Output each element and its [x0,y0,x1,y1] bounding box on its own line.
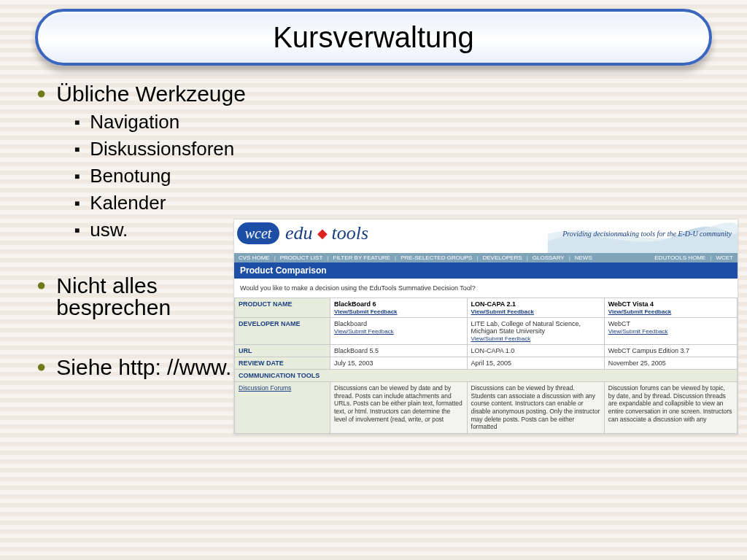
embedded-screenshot: wcet edu ◆ tools Providing decisionmakin… [233,219,738,435]
sub-item-label: usw. [90,219,128,241]
title-pill: Kursverwaltung [35,9,712,66]
cell-review-date: April 15, 2005 [467,357,604,370]
section-header: COMMUNICATION TOOLS [235,370,738,382]
decision-question: Would you like to make a decision using … [234,279,738,298]
row-header: REVIEW DATE [235,357,330,370]
nav-item[interactable]: FILTER BY FEATURE [333,254,390,261]
cell-product: BlackBoard 6 View/Submit Feedback [330,298,468,318]
bullet-werkzeuge-label: Übliche Werkzeuge [56,82,246,106]
table-row: DEVELOPER NAME Blackboard View/Submit Fe… [235,318,738,345]
nav-item[interactable]: GLOSSARY [533,254,565,261]
cell-url: WebCT Campus Edition 3.7 [604,345,737,357]
cell-discussion: Discussions can be viewed by thread. Stu… [467,382,604,434]
sub-item-label: Diskussionsforen [90,138,234,160]
sub-item: ■Navigation [74,111,727,133]
bullet-dot-icon: ● [36,277,46,293]
feedback-link[interactable]: View/Submit Feedback [471,308,600,315]
product-name: WebCT Vista 4 [608,300,654,308]
square-bullet-icon: ■ [74,144,80,155]
wcet-badge: wcet [237,222,279,244]
slide-title: Kursverwaltung [273,21,474,54]
cell-review-date: July 15, 2003 [330,357,468,370]
cell-product: WebCT Vista 4 View/Submit Feedback [604,298,737,318]
bullet-werkzeuge: ● Übliche Werkzeuge [36,82,727,106]
slide: Kursverwaltung ● Übliche Werkzeuge ■Navi… [0,0,747,560]
table-row: URL BlackBoard 5.5 LON-CAPA 1.0 WebCT Ca… [235,345,738,357]
square-bullet-icon: ■ [74,171,80,182]
table-row: Discussion Forums Discussions can be vie… [235,382,738,434]
logo-edu: edu [285,222,313,244]
tagline: Providing decisionmaking tools for the E… [562,230,732,238]
developer-name: Blackboard [334,320,367,327]
cell-product: LON-CAPA 2.1 View/Submit Feedback [467,298,604,318]
bullet-dot-icon: ● [36,359,46,375]
nav-item[interactable]: NEWS [575,254,592,261]
shot-logo: wcet edu ◆ tools [237,222,368,244]
line1: Nicht alles [56,273,171,298]
row-header: DEVELOPER NAME [235,318,330,345]
diamond-icon: ◆ [317,225,328,241]
table-row: PRODUCT NAME BlackBoard 6 View/Submit Fe… [235,298,738,318]
sub-item-label: Benotung [90,165,171,187]
nav-item[interactable]: EDUTOOLS HOME [654,254,705,261]
cell-url: LON-CAPA 1.0 [467,345,604,357]
bullet-dot-icon: ● [36,85,46,101]
table-row: REVIEW DATE July 15, 2003 April 15, 2005… [235,357,738,370]
product-name: LON-CAPA 2.1 [471,300,516,308]
product-name: BlackBoard 6 [334,300,376,308]
sub-item: ■Diskussionsforen [74,138,727,160]
nav-item[interactable]: WCET [716,254,733,261]
cell-url: BlackBoard 5.5 [330,345,468,357]
square-bullet-icon: ■ [74,198,80,209]
shot-nav: CVS HOME| PRODUCT LIST| FILTER BY FEATUR… [234,253,738,262]
developer-name: LITE Lab, College of Natural Science, Mi… [471,320,581,335]
sub-item: ■Kalender [74,192,727,214]
cell-discussion: Discussions can be viewed by date and by… [330,382,468,434]
product-comparison-bar: Product Comparison [234,262,738,279]
feedback-link[interactable]: View/Submit Feedback [471,335,600,342]
line2: besprechen [56,295,171,320]
square-bullet-icon: ■ [74,117,80,128]
nav-item[interactable]: DEVELOPERS [482,254,522,261]
cell-discussion: Discussion forums can be viewed by topic… [604,382,737,434]
cell-developer: Blackboard View/Submit Feedback [330,318,468,345]
feedback-link[interactable]: View/Submit Feedback [334,328,463,335]
nav-item[interactable]: CVS HOME [239,254,270,261]
feedback-link[interactable]: View/Submit Feedback [334,308,463,315]
nav-item[interactable]: PRE-SELECTED GROUPS [400,254,472,261]
row-header: Discussion Forums [235,382,330,434]
table-row: COMMUNICATION TOOLS [235,370,738,382]
shot-topbar: wcet edu ◆ tools Providing decisionmakin… [234,219,738,253]
feedback-link[interactable]: View/Submit Feedback [608,328,733,335]
cell-developer: LITE Lab, College of Natural Science, Mi… [467,318,604,345]
comparison-table: PRODUCT NAME BlackBoard 6 View/Submit Fe… [234,298,738,434]
sub-item: ■Benotung [74,165,727,187]
cell-review-date: November 25, 2005 [604,357,737,370]
bullet-nicht-alles-text: Nicht alles besprechen [56,273,171,320]
cell-developer: WebCT View/Submit Feedback [604,318,737,345]
square-bullet-icon: ■ [74,225,80,236]
discussion-forums-link[interactable]: Discussion Forums [239,384,291,392]
sub-item-label: Navigation [90,111,179,133]
developer-name: WebCT [608,320,630,327]
sub-item-label: Kalender [90,192,166,214]
logo-tools: tools [332,222,369,244]
nav-item[interactable]: PRODUCT LIST [280,254,323,261]
row-header: URL [235,345,330,357]
feedback-link[interactable]: View/Submit Feedback [608,308,733,315]
row-header: PRODUCT NAME [235,298,330,318]
